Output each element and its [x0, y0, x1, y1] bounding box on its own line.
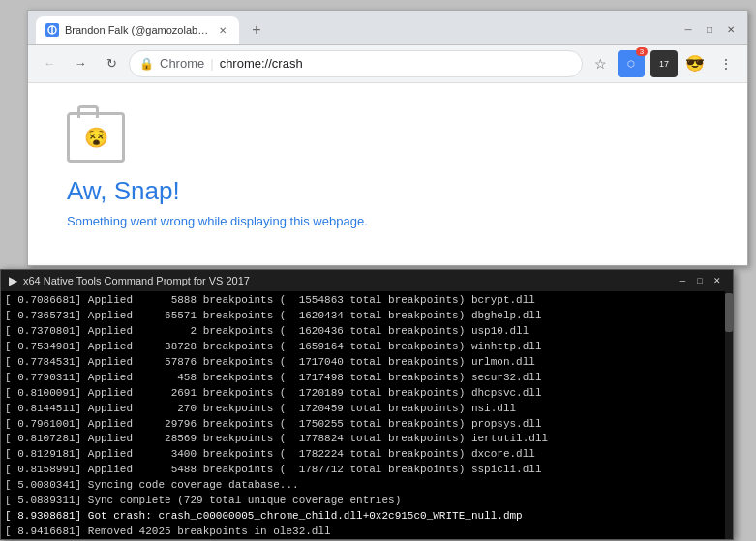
secure-icon: 🔒 — [139, 57, 154, 71]
chrome-tab-active[interactable]: Brandon Falk (@gamozolabs) | T... ✕ — [36, 16, 239, 44]
cmd-title-text: x64 Native Tools Command Prompt for VS 2… — [23, 275, 669, 286]
cmd-line: [ 5.0889311] Sync complete (729 total un… — [5, 494, 729, 509]
profile-avatar[interactable]: 😎 — [681, 50, 709, 77]
chrome-toolbar: ← → ↻ 🔒 Chrome | chrome://crash ☆ ⬡ 3 17… — [28, 45, 747, 83]
cmd-line: [ 0.7790311] Applied 458 breakpoints ( 1… — [5, 371, 729, 386]
cmd-line: [ 0.8100091] Applied 2691 breakpoints ( … — [5, 386, 729, 402]
cmd-line: [ 5.0080341] Syncing code coverage datab… — [5, 478, 729, 494]
cmd-close-button[interactable]: ✕ — [710, 274, 725, 287]
bookmark-star-button[interactable]: ☆ — [587, 50, 614, 77]
cmd-line: [ 0.8107281] Applied 28569 breakpoints (… — [5, 432, 729, 447]
cmd-line: [ 0.7961001] Applied 29796 breakpoints (… — [5, 417, 729, 433]
cmd-line: [ 0.7370801] Applied 2 breakpoints ( 162… — [5, 324, 729, 340]
cmd-line: [ 0.7534981] Applied 38728 breakpoints (… — [5, 340, 729, 355]
omnibox[interactable]: 🔒 Chrome | chrome://crash — [129, 50, 583, 77]
cmd-icon: ▶ — [9, 274, 17, 287]
tab-favicon — [45, 23, 59, 37]
cmd-line: [ 0.8144511] Applied 270 breakpoints ( 1… — [5, 402, 729, 417]
chrome-close-button[interactable]: ✕ — [722, 20, 740, 38]
crash-subtitle: Something went wrong while displaying th… — [67, 214, 709, 228]
chrome-maximize-button[interactable]: □ — [701, 20, 718, 38]
omnibox-url: chrome://crash — [220, 56, 303, 71]
extension-button-1[interactable]: ⬡ 3 — [618, 50, 645, 77]
extension-badge-1: 3 — [636, 47, 648, 56]
cmd-maximize-button[interactable]: □ — [692, 274, 708, 287]
chrome-window: Brandon Falk (@gamozolabs) | T... ✕ + ─ … — [27, 10, 748, 266]
cmd-window-controls: ─ □ ✕ — [675, 274, 725, 287]
extension-button-2[interactable]: 17 — [650, 50, 678, 77]
cmd-line: [ 0.7365731] Applied 65571 breakpoints (… — [5, 309, 729, 324]
tab-label: Brandon Falk (@gamozolabs) | T... — [65, 24, 210, 36]
cmd-line: [ 0.7086681] Applied 5888 breakpoints ( … — [5, 293, 729, 309]
cmd-line: [ 8.9416681] Removed 42025 breakpoints i… — [5, 525, 729, 539]
chrome-crash-content: 😵 Aw, Snap! Something went wrong while d… — [28, 83, 747, 265]
chrome-minimize-button[interactable]: ─ — [680, 20, 697, 38]
crash-title: Aw, Snap! — [67, 176, 709, 206]
cmd-titlebar: ▶ x64 Native Tools Command Prompt for VS… — [1, 270, 733, 291]
cmd-window: ▶ x64 Native Tools Command Prompt for VS… — [0, 269, 734, 540]
crash-icon: 😵 — [67, 112, 125, 163]
refresh-button[interactable]: ↻ — [98, 50, 125, 77]
crash-face-icon: 😵 — [84, 126, 108, 149]
cmd-output: [ 0.7086681] Applied 5888 breakpoints ( … — [1, 291, 733, 539]
forward-button[interactable]: → — [67, 50, 94, 77]
new-tab-button[interactable]: + — [243, 16, 270, 44]
cmd-line: [ 0.7784531] Applied 57876 breakpoints (… — [5, 355, 729, 371]
cmd-line: [ 0.8129181] Applied 3400 breakpoints ( … — [5, 447, 729, 463]
back-button[interactable]: ← — [36, 50, 63, 77]
chrome-titlebar: Brandon Falk (@gamozolabs) | T... ✕ + ─ … — [28, 11, 747, 45]
cmd-minimize-button[interactable]: ─ — [675, 274, 690, 287]
chrome-menu-button[interactable]: ⋮ — [712, 50, 740, 77]
omnibox-separator: | — [210, 56, 213, 71]
cmd-scrollbar[interactable] — [725, 291, 733, 539]
cmd-line: [ 8.9308681] Got crash: crash_c00000005_… — [5, 509, 729, 525]
cmd-scrollbar-thumb[interactable] — [725, 293, 733, 332]
tab-close-button[interactable]: ✕ — [216, 23, 229, 37]
omnibox-chrome-label: Chrome — [160, 56, 204, 71]
chrome-window-controls: ─ □ ✕ — [680, 20, 740, 44]
cmd-line: [ 0.8158991] Applied 5488 breakpoints ( … — [5, 463, 729, 478]
